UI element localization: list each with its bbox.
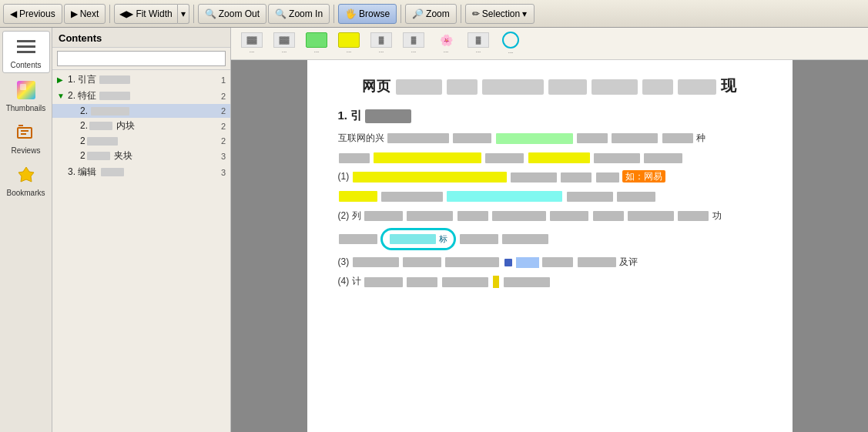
para-8-yellow-dot xyxy=(493,276,499,288)
fit-width-group: ◀▶ Fit Width ▾ xyxy=(114,4,189,24)
next-button[interactable]: ▶ Next xyxy=(64,4,106,24)
para-5-blur-5 xyxy=(550,211,588,221)
next-label: Next xyxy=(80,8,99,19)
svg-rect-2 xyxy=(17,51,35,53)
tree-arrow-0: ▶ xyxy=(57,75,68,84)
sidebar-item-contents[interactable]: Contents xyxy=(2,31,50,73)
tree-page-6: 3 xyxy=(210,168,226,177)
para-6-hl-cyan-box: 标 xyxy=(380,228,456,250)
contents-icon xyxy=(14,35,39,59)
para-1-blur-2 xyxy=(453,133,491,143)
tree-arrow-1: ▼ xyxy=(57,92,68,100)
next-icon: ▶ xyxy=(71,8,78,19)
svg-rect-0 xyxy=(17,40,35,42)
separator-4 xyxy=(400,5,401,23)
example-text: 如：网易 xyxy=(622,170,665,183)
para-1-suffix: 种 xyxy=(696,132,705,143)
para-8-blur-3 xyxy=(442,277,488,287)
zoom-out-icon: 🔍 xyxy=(205,8,216,19)
previous-icon: ◀ xyxy=(10,8,17,19)
tree-item-5[interactable]: 2 夹块 3 xyxy=(52,148,230,164)
annot-icon-3 xyxy=(338,32,360,48)
page-paper: 网页 现 1. 引 互联网的兴 xyxy=(307,60,793,432)
contents-tree: ▶ 1. 引言 1 ▼ 2. 特征 2 2. 2 2. 内块 2 xyxy=(52,70,230,432)
tree-item-3[interactable]: 2. 内块 2 xyxy=(52,118,230,134)
annot-btn-1[interactable]: ▓▓ ... xyxy=(270,30,299,57)
para-5-blur-3 xyxy=(457,211,488,221)
contents-title: Contents xyxy=(59,32,102,44)
zoom-out-button[interactable]: 🔍 Zoom Out xyxy=(198,4,266,24)
page-content-area: 网页 现 1. 引 互联网的兴 xyxy=(231,60,868,432)
sidebar-item-reviews[interactable]: Reviews xyxy=(2,117,50,158)
previous-button[interactable]: ◀ Previous xyxy=(3,4,62,24)
annot-label-5: ... xyxy=(411,48,417,55)
para-1-blur-4 xyxy=(612,133,658,143)
para-5-blur-8 xyxy=(678,211,709,221)
tree-item-2[interactable]: 2. 2 xyxy=(52,104,230,118)
tree-label-5: 2 夹块 xyxy=(80,149,210,162)
section-1-num: 1. 引 xyxy=(338,109,363,122)
annot-icon-5: ▓ xyxy=(403,32,424,48)
tree-page-5: 3 xyxy=(210,152,226,161)
title-blur-7 xyxy=(678,79,716,95)
tree-item-4[interactable]: 2 2 xyxy=(52,134,230,148)
main-toolbar: ◀ Previous ▶ Next ◀▶ Fit Width ▾ 🔍 Zoom … xyxy=(0,0,868,28)
para-6-blur-2 xyxy=(460,234,498,244)
tree-label-3: 2. 内块 xyxy=(80,119,210,132)
para-4-hl-cyan xyxy=(447,191,562,202)
title-blur-4 xyxy=(548,79,587,95)
annot-icon-0: ▓▓ xyxy=(241,32,263,48)
tree-item-0[interactable]: ▶ 1. 引言 1 xyxy=(52,72,230,88)
annot-btn-5[interactable]: ▓ ... xyxy=(399,30,428,57)
tree-page-4: 2 xyxy=(210,136,226,146)
annot-btn-0[interactable]: ▓▓ ... xyxy=(237,30,266,57)
browse-label: Browse xyxy=(359,8,390,19)
contents-panel: Contents ▶ 1. 引言 1 ▼ 2. 特征 2 2. 2 xyxy=(52,28,231,432)
browse-button[interactable]: 🖐 Browse xyxy=(338,4,397,24)
annot-btn-2[interactable]: ... xyxy=(302,30,331,57)
zoom-in-button[interactable]: 🔍 Zoom In xyxy=(268,4,330,24)
para-7-blur-1 xyxy=(353,257,399,267)
contents-search-input[interactable] xyxy=(57,51,226,66)
para-5: (2) 列 功 xyxy=(338,209,762,223)
sidebar-item-thumbnails[interactable]: Thumbnails xyxy=(2,75,50,116)
tree-item-6[interactable]: 3. 编辑 3 xyxy=(52,164,230,180)
annot-icon-6: 🌸 xyxy=(435,32,457,48)
sidebar-item-bookmarks[interactable]: Bookmarks xyxy=(2,159,50,200)
para-1-blur-3 xyxy=(577,133,608,143)
zoom-button[interactable]: 🔎 Zoom xyxy=(405,4,457,24)
annot-btn-3[interactable]: ... xyxy=(334,30,364,57)
annot-icon-7: ▓ xyxy=(468,32,489,48)
fit-width-button[interactable]: ◀▶ Fit Width xyxy=(114,4,177,24)
para-1-hl-green xyxy=(496,133,573,144)
para-1-prefix: 互联网的兴 xyxy=(338,132,384,143)
para-2-blur-4 xyxy=(644,153,682,163)
para-5-blur-6 xyxy=(593,211,624,221)
para-5-blur-4 xyxy=(492,211,546,221)
annot-btn-6[interactable]: 🌸 ... xyxy=(431,30,461,57)
para-7-blur-4 xyxy=(542,257,573,267)
fit-width-dropdown-button[interactable]: ▾ xyxy=(178,4,189,24)
tree-item-1[interactable]: ▼ 2. 特征 2 xyxy=(52,88,230,104)
para-2 xyxy=(338,150,762,165)
annot-label-0: ... xyxy=(250,48,255,55)
annot-icon-4: ▓ xyxy=(370,32,392,48)
tree-label-6: 3. 编辑 xyxy=(68,166,210,179)
title-blur-1 xyxy=(396,79,442,95)
selection-button[interactable]: ✏ Selection ▾ xyxy=(465,4,535,24)
sidebar-icons-panel: Contents Thumbnails xyxy=(0,28,52,432)
annot-btn-4[interactable]: ▓ ... xyxy=(367,30,396,57)
annot-icon-2 xyxy=(306,32,327,48)
zoom-in-icon: 🔍 xyxy=(275,8,287,19)
para-8-blur-1 xyxy=(364,277,403,287)
selection-icon: ✏ xyxy=(472,8,480,19)
annot-btn-8[interactable]: ... xyxy=(496,29,525,58)
separator-5 xyxy=(461,5,461,23)
para-6-blur-3 xyxy=(502,234,548,244)
para-3-prefix: (1) xyxy=(338,171,350,182)
tree-page-0: 1 xyxy=(210,75,226,85)
title-blur-6 xyxy=(642,79,673,95)
annot-btn-7[interactable]: ▓ ... xyxy=(464,30,493,57)
section-1-blur xyxy=(365,109,411,123)
thumbnails-icon xyxy=(14,78,39,102)
